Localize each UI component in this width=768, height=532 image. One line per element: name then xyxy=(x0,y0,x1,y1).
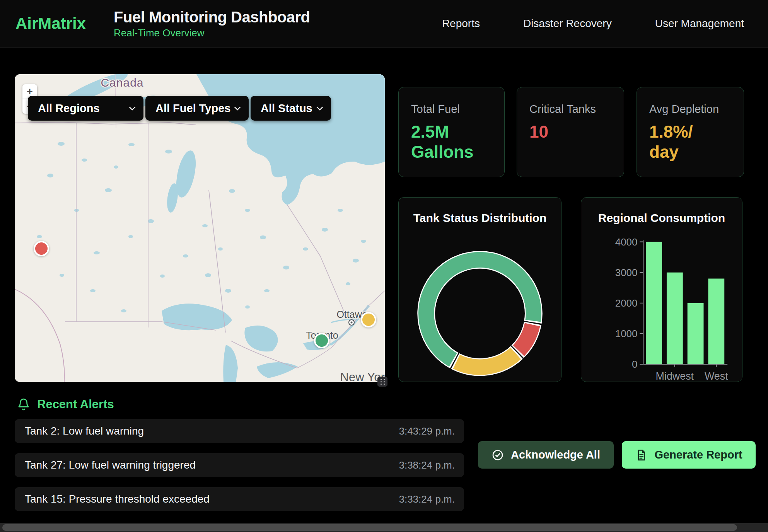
main-nav: Reports Disaster Recovery User Managemen… xyxy=(442,17,753,30)
tank-status-distribution-panel: Tank Status Distribution xyxy=(398,197,561,382)
scrollbar-thumb[interactable] xyxy=(2,524,737,531)
alert-timestamp: 3:38:24 p.m. xyxy=(399,459,455,471)
alert-message: Tank 27: Low fuel warning triggered xyxy=(25,459,196,471)
stat-value: 10 xyxy=(529,122,595,142)
alerts-title: Recent Alerts xyxy=(37,397,114,411)
chevron-down-icon xyxy=(129,106,136,111)
nav-user-management[interactable]: User Management xyxy=(655,17,744,30)
check-circle-icon xyxy=(492,449,504,461)
svg-text:0: 0 xyxy=(632,359,637,370)
svg-text:4000: 4000 xyxy=(615,237,638,247)
stat-label: Total Fuel xyxy=(411,103,492,116)
horizontal-scrollbar[interactable] xyxy=(0,523,768,532)
alert-timestamp: 3:33:24 p.m. xyxy=(399,493,455,505)
region-filter-label: All Regions xyxy=(38,102,100,115)
fuel-type-filter-label: All Fuel Types xyxy=(155,102,230,115)
stat-card-avg-depletion: Avg Depletion 1.8%/ day xyxy=(637,87,744,177)
map-filter-bar: All Regions All Fuel Types All Status xyxy=(28,96,331,121)
app-header: AirMatrix Fuel Monitoring Dashboard Real… xyxy=(0,0,768,48)
bell-icon xyxy=(17,398,30,411)
stat-label: Critical Tanks xyxy=(529,103,611,116)
brand-logo[interactable]: AirMatrix xyxy=(15,14,86,33)
alert-message: Tank 15: Pressure threshold exceeded xyxy=(25,493,210,505)
svg-text:2000: 2000 xyxy=(615,298,638,309)
status-filter-dropdown[interactable]: All Status xyxy=(251,96,331,121)
fuel-type-filter-dropdown[interactable]: All Fuel Types xyxy=(145,96,249,121)
stat-card-critical-tanks: Critical Tanks 10 xyxy=(517,87,624,177)
alert-message: Tank 2: Low fuel warning xyxy=(25,425,144,437)
generate-report-label: Generate Report xyxy=(654,448,742,461)
status-filter-label: All Status xyxy=(261,102,312,115)
nav-reports[interactable]: Reports xyxy=(442,17,480,30)
generate-report-button[interactable]: Generate Report xyxy=(622,441,756,469)
stat-value: 2.5M Gallons xyxy=(411,122,477,162)
stat-label: Avg Depletion xyxy=(649,103,731,116)
map-marker-normal[interactable] xyxy=(314,333,329,348)
alert-row[interactable]: Tank 15: Pressure threshold exceeded 3:3… xyxy=(15,487,464,511)
alerts-header: Recent Alerts xyxy=(17,397,114,411)
town-dot-core-icon xyxy=(351,322,353,324)
document-icon xyxy=(635,449,647,461)
map-resize-handle[interactable] xyxy=(377,377,387,387)
acknowledge-all-button[interactable]: Acknowledge All xyxy=(478,441,614,469)
regional-consumption-panel: Regional Consumption 01000200030004000Mi… xyxy=(581,197,742,382)
svg-text:1000: 1000 xyxy=(615,328,638,339)
acknowledge-all-label: Acknowledge All xyxy=(511,448,600,461)
alert-row[interactable]: Tank 2: Low fuel warning 3:43:29 p.m. xyxy=(15,419,464,443)
region-filter-dropdown[interactable]: All Regions xyxy=(28,96,143,121)
tank-status-donut-chart[interactable] xyxy=(399,198,561,382)
fuel-monitoring-dashboard: AirMatrix Fuel Monitoring Dashboard Real… xyxy=(0,0,768,532)
svg-text:Midwest: Midwest xyxy=(656,370,694,382)
svg-text:3000: 3000 xyxy=(615,267,638,278)
title-block: Fuel Monitoring Dashboard Real-Time Over… xyxy=(114,9,310,39)
map-panel[interactable]: Canada Ottawa Toronto New York + − All R… xyxy=(15,74,385,382)
page-title: Fuel Monitoring Dashboard xyxy=(114,9,310,26)
map-label-canada: Canada xyxy=(101,76,143,89)
chevron-down-icon xyxy=(316,106,323,111)
alert-timestamp: 3:43:29 p.m. xyxy=(399,425,455,437)
alert-row[interactable]: Tank 27: Low fuel warning triggered 3:38… xyxy=(15,453,464,477)
grip-dots-icon xyxy=(381,379,385,385)
stat-value: 1.8%/ day xyxy=(649,122,715,162)
stat-card-total-fuel: Total Fuel 2.5M Gallons xyxy=(398,87,505,177)
regional-consumption-bar-chart[interactable]: 01000200030004000MidwestWest xyxy=(581,198,742,382)
map-marker-critical[interactable] xyxy=(34,241,49,256)
chevron-down-icon xyxy=(234,106,241,111)
svg-text:West: West xyxy=(705,370,728,382)
bar-chart-title: Regional Consumption xyxy=(581,211,742,225)
nav-disaster-recovery[interactable]: Disaster Recovery xyxy=(523,17,612,30)
map-marker-warning[interactable] xyxy=(361,312,376,327)
page-subtitle: Real-Time Overview xyxy=(114,27,310,39)
donut-chart-title: Tank Status Distribution xyxy=(399,211,561,225)
